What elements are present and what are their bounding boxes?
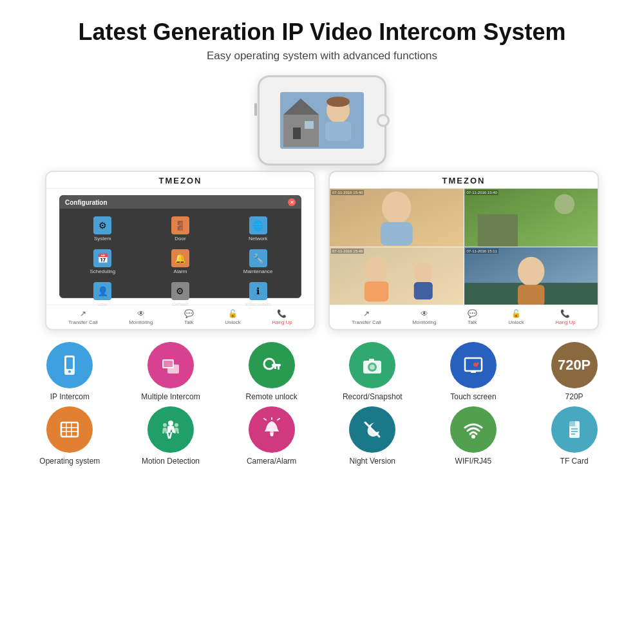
maintenance-icon: 🔧 [249,249,267,267]
door-label: Door [175,236,185,242]
touch-screen-icon [450,342,497,388]
svg-rect-12 [477,214,517,247]
camera-svg-icon [360,353,384,377]
motion-detection-icon [147,406,194,453]
720p-label: 720P [565,392,583,401]
monitor-screen-right: 07-11-2016 15:40 07-11-2016 15:40 [330,189,598,305]
config-scheduling: 📅 Scheduling [65,247,140,277]
svg-point-39 [473,363,477,366]
svg-point-17 [414,262,433,283]
feature-tf-card: TF Card [533,406,616,466]
svg-rect-10 [381,222,413,245]
touch-svg-icon [461,353,486,377]
multi-intercom-icon [147,342,194,388]
btn-hangup-right[interactable]: 📞 Hang Up [555,309,576,325]
svg-line-50 [264,419,266,420]
svg-rect-1 [283,115,319,147]
cam-cell-1: 07-11-2016 15:40 [330,189,464,247]
system-label: System [94,236,111,242]
remote-unlock-icon [249,342,295,388]
svg-rect-31 [278,366,279,370]
config-title: Configuration [65,199,108,206]
svg-point-15 [365,256,388,283]
phone-screen-content [280,92,364,149]
feature-touch-screen: Touch screen [431,342,515,401]
cam-timestamp-4: 07-11-2016 15:11 [466,249,498,254]
os-label: Operating system [39,457,100,466]
config-door: 🚪 Door [143,214,218,244]
wifi-label: WIFI/RJ45 [455,457,492,466]
svg-point-47 [175,423,178,427]
brand-left: TMEZON [159,176,202,185]
alarm-svg-icon [260,417,284,442]
transfer-label-left: Transfer Call [68,319,98,325]
config-close-button[interactable]: ✕ [288,198,296,206]
svg-point-54 [471,435,475,439]
feature-multi-intercom: Multiple Intercom [129,342,213,401]
door-icon: 🚪 [171,216,189,234]
talk-label-left: Talk [184,319,193,325]
talk-icon-right: 💬 [468,309,477,318]
scheduling-icon: 📅 [93,249,111,267]
svg-rect-32 [274,366,276,369]
config-user: 👤 User [65,279,140,310]
features-row-2: Operating system Motion Detect [13,406,631,466]
svg-point-13 [554,194,574,214]
default-label: Default [172,301,188,307]
btn-unlock-right[interactable]: 🔓 Unlock [508,309,524,325]
svg-rect-16 [365,281,388,301]
record-snapshot-label: Record/Snapshot [343,392,402,401]
config-maintenance: 🔧 Maintenance [220,247,296,277]
cam-timestamp-3: 07-11-2016 15:49 [331,249,364,254]
config-grid: ⚙ System 🚪 Door 🌐 Network 📅 Scheduling [60,209,301,315]
720p-text: 720P [558,357,591,374]
phone-container [0,75,644,166]
multi-screen-svg [158,353,183,377]
btn-monitoring-right[interactable]: 👁 Monitoring [412,309,436,325]
cam-cell-2: 07-11-2016 15:40 [464,189,598,247]
os-svg-icon [57,417,82,442]
camera-alarm-label: Camera/Alarm [247,457,296,466]
svg-point-7 [327,97,350,107]
ip-intercom-icon [46,342,93,388]
feature-720p: 720P 720P [533,342,616,401]
svg-rect-14 [330,247,464,305]
monitor-bottom-right: ↗ Transfer Call 👁 Monitoring 💬 Talk 🔓 Un… [330,305,598,329]
monitoring-icon-right: 👁 [421,309,428,318]
btn-talk-right[interactable]: 💬 Talk [468,309,477,325]
tf-card-icon [551,406,598,453]
svg-line-51 [278,419,279,420]
sdcard-svg-icon [562,417,587,442]
features-row-1: IP Intercom Multiple Intercom [13,342,631,401]
info-label: Information [245,301,271,307]
svg-point-49 [270,433,273,437]
feature-camera-alarm: Camera/Alarm [230,406,314,466]
phone-screen [280,92,364,149]
feature-motion-detection: Motion Detection [129,406,213,466]
night-version-label: Night Version [350,457,395,466]
transfer-label-right: Transfer Call [352,319,381,325]
header-section: Latest Generation IP Video Intercom Syst… [0,0,644,69]
talk-label-right: Talk [468,319,477,325]
cam-timestamp-1: 07-11-2016 15:40 [331,190,364,195]
btn-transfer-right[interactable]: ↗ Transfer Call [352,309,381,325]
monitors-row: TMEZON Configuration ✕ ⚙ System 🚪 Door [0,171,644,330]
svg-rect-38 [471,371,476,373]
svg-point-25 [68,370,71,373]
monitoring-label-left: Monitoring [129,319,153,325]
feature-os: Operating system [28,406,111,466]
alarm-label: Alarm [174,269,187,274]
unlock-icon-right: 🔓 [511,309,521,318]
720p-icon: 720P [551,342,598,388]
user-icon: 👤 [93,282,111,300]
wifi-svg-icon [461,417,486,442]
os-icon [46,406,93,453]
feature-wifi: WIFI/RJ45 [431,406,515,466]
cam-cell-4: 07-11-2016 15:11 [464,247,598,305]
unlock-label-left: Unlock [225,319,240,325]
svg-rect-40 [61,422,78,437]
svg-rect-36 [369,359,374,362]
svg-point-45 [168,421,173,426]
svg-rect-4 [305,121,314,129]
info-icon: ℹ [249,282,267,300]
